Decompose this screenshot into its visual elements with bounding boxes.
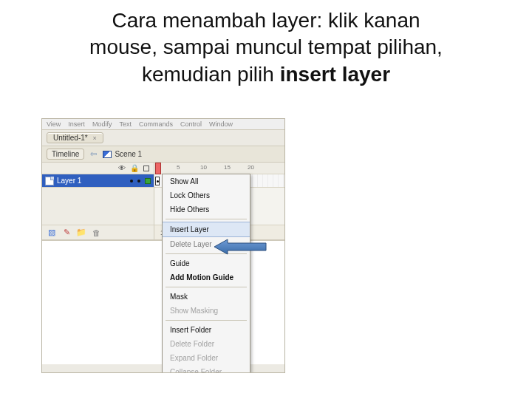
dot-icon [130,180,133,183]
eye-icon[interactable]: 👁 [118,164,126,172]
context-item-show-masking: Show Masking [163,304,250,318]
menu-control[interactable]: Control [180,120,202,128]
document-tab-row: Untitled-1* × [42,130,284,146]
scene-row: Timeline ⇦ Scene 1 [42,146,284,163]
layer-header-icons: 👁 🔒 [42,163,154,174]
title-line2: mouse, sampai muncul tempat pilihan, [89,35,443,58]
layers-spacer [42,188,154,225]
layer-controls: ▧ ✎ 📁 🗑 [42,225,154,239]
delete-layer-icon[interactable]: 🗑 [91,228,101,238]
keyframe-icon[interactable] [155,177,160,185]
ruler-tick-5: 5 [177,164,180,171]
layer-page-icon [45,177,54,185]
layer-status-dots [130,178,151,184]
insert-folder-icon[interactable]: 📁 [76,228,86,238]
insert-layer-icon[interactable]: ▧ [47,228,57,238]
menu-modify[interactable]: Modify [92,120,112,128]
timeline-toggle-button[interactable]: Timeline [47,149,84,160]
context-item-delete-layer[interactable]: Delete Layer [163,237,250,251]
context-item-expand-folder: Expand Folder [163,351,250,365]
menu-view[interactable]: View [47,120,61,128]
context-item-collapse-folder: Collapse Folder [163,365,250,373]
playhead-icon[interactable] [155,163,161,174]
document-tab[interactable]: Untitled-1* × [47,132,103,143]
scene-text: Scene 1 [115,150,142,158]
context-item-insert-layer[interactable]: Insert Layer [163,222,250,237]
layer-context-menu: Show AllLock OthersHide OthersInsert Lay… [162,174,250,373]
ruler-tick-20: 20 [248,164,254,171]
context-item-hide-others[interactable]: Hide Others [163,202,250,216]
title-line1: Cara menambah layer: klik kanan [112,9,420,32]
layer-row-1[interactable]: Layer 1 [42,174,154,188]
menu-window[interactable]: Window [209,120,233,128]
context-menu-separator [166,320,247,321]
close-icon[interactable]: × [92,134,96,142]
menu-insert[interactable]: Insert [68,120,85,128]
menu-text[interactable]: Text [119,120,132,128]
dot-icon [137,180,140,183]
context-menu-separator [166,219,247,219]
context-item-mask[interactable]: Mask [163,290,250,304]
ruler-tick-15: 15 [224,164,231,171]
title-line3a: kemudian pilih [142,63,280,86]
menu-commands[interactable]: Commands [139,120,173,128]
timeline-ruler[interactable]: 5 10 15 20 [154,163,284,174]
context-menu-separator [166,287,247,287]
menubar: View Insert Modify Text Commands Control… [42,119,284,130]
add-guide-icon[interactable]: ✎ [61,228,72,238]
document-tab-label: Untitled-1* [53,134,88,142]
context-item-show-all[interactable]: Show All [163,174,250,188]
flash-window: View Insert Modify Text Commands Control… [41,118,285,373]
title-line3-emph: insert layer [280,63,390,86]
context-item-delete-folder: Delete Folder [163,337,250,351]
timeline-toggle-label: Timeline [52,150,79,158]
layers-column: 👁 🔒 Layer 1 ▧ ✎ 📁 🗑 [42,163,154,239]
layer-name: Layer 1 [57,177,81,185]
context-item-add-motion-guide[interactable]: Add Motion Guide [163,270,250,284]
back-arrow-icon[interactable]: ⇦ [90,149,97,159]
outline-box-icon [145,178,151,184]
ruler-tick-10: 10 [200,164,207,171]
context-item-lock-others[interactable]: Lock Others [163,188,250,202]
context-menu-separator [166,253,247,254]
scene-icon [103,151,112,158]
slide-title: Cara menambah layer: klik kanan mouse, s… [0,0,532,92]
context-item-insert-folder[interactable]: Insert Folder [163,323,250,337]
lock-icon[interactable]: 🔒 [130,164,139,172]
outline-icon[interactable] [143,166,149,171]
scene-label[interactable]: Scene 1 [103,150,142,158]
context-item-guide[interactable]: Guide [163,256,250,270]
